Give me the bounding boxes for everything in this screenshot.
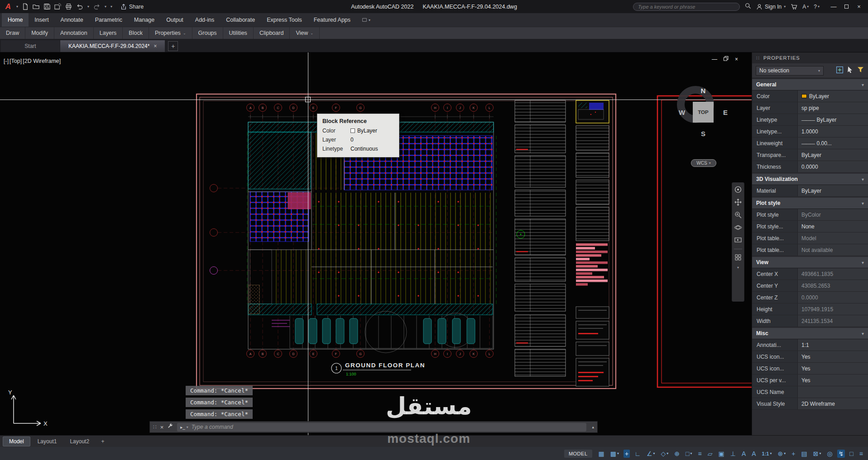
help-icon[interactable]: ?▾ (814, 4, 820, 10)
properties-header[interactable]: ∷ PROPERTIES (752, 52, 868, 63)
plot-icon[interactable] (65, 3, 72, 10)
autocad-logo-icon[interactable]: A (4, 2, 13, 11)
new-tab-button[interactable]: + (168, 41, 178, 51)
drawing-canvas[interactable]: AABBCCDDEEFFGGHHIIJJKKLL 1 GROUND FLOOR … (0, 52, 752, 435)
property-row-center-x[interactable]: Center X493661.1835 (752, 268, 868, 280)
lineweight-toggle[interactable]: ≡ (696, 450, 703, 458)
layout-tab-layout2[interactable]: Layout2 (64, 437, 95, 446)
view-compass[interactable]: N S W E TOP (673, 82, 734, 142)
property-row-linetype[interactable]: Linetype...1.0000 (752, 126, 868, 138)
doc-close-icon[interactable]: × (735, 56, 738, 62)
compass-south[interactable]: S (701, 130, 705, 138)
property-row-center-z[interactable]: Center Z0.0000 (752, 292, 868, 304)
command-close-icon[interactable]: × (160, 424, 164, 431)
command-input[interactable]: ▸_ ▾ Type a command (177, 423, 586, 432)
property-row-thickness[interactable]: Thickness0.0000 (752, 161, 868, 173)
redo-caret-icon[interactable]: ▾ (105, 5, 106, 9)
app-store-cart-icon[interactable] (791, 3, 797, 10)
ribbon-tab-insert[interactable]: Insert (29, 13, 54, 27)
property-row-material[interactable]: MaterialByLayer (752, 185, 868, 197)
polar-tracking-toggle[interactable]: ∠▾ (645, 450, 657, 458)
property-row-plot-style[interactable]: Plot styleByColor (752, 209, 868, 221)
sign-in-button[interactable]: Sign In ▾ (756, 4, 786, 10)
section-header-plot-style[interactable]: Plot style▾ (752, 198, 868, 209)
undo-icon[interactable] (76, 3, 83, 10)
annotation-scale-toggle[interactable]: 1:1▾ (761, 451, 773, 457)
property-row-plot-style[interactable]: Plot style...None (752, 221, 868, 232)
palette-grip-icon[interactable]: ∷ (756, 55, 760, 61)
annotation-visibility-toggle[interactable]: A (740, 450, 747, 458)
app-menu-caret-icon[interactable]: ▾ (16, 5, 18, 9)
property-row-plot-table[interactable]: Plot table...Model (752, 232, 868, 244)
navbar-customize-icon[interactable] (734, 254, 742, 261)
viewport-control-0[interactable]: [-] (4, 58, 9, 64)
save-as-icon[interactable] (54, 3, 61, 10)
search-icon[interactable] (745, 3, 751, 11)
ribbon-tab-collaborate[interactable]: Collaborate (220, 13, 261, 27)
snap-mode-toggle[interactable]: ▩▾ (609, 450, 620, 458)
quick-properties-toggle[interactable]: ▤ (800, 450, 808, 458)
ortho-mode-toggle[interactable]: ∟ (633, 450, 642, 458)
selection-dropdown[interactable]: No selection▾ (756, 66, 824, 76)
save-icon[interactable] (43, 3, 50, 10)
ribbon-tab-parametric[interactable]: Parametric (89, 13, 128, 27)
zoom-icon[interactable] (734, 211, 742, 219)
object-snap-tracking-toggle[interactable]: ⊕ (673, 450, 681, 458)
ucs-dropdown[interactable]: WCS▾ (691, 159, 716, 167)
ribbon-panel-modify[interactable]: Modify (25, 27, 54, 39)
compass-top-face[interactable]: TOP (693, 102, 714, 123)
isolate-objects-toggle[interactable]: ◎ (825, 450, 834, 458)
workspace-switching-toggle[interactable]: ⊛▾ (776, 450, 787, 458)
lock-ui-toggle[interactable]: ⊠▾ (812, 450, 823, 458)
ribbon-panel-annotation[interactable]: Annotation (54, 27, 94, 39)
property-row-ucs-name[interactable]: UCS Name (752, 386, 868, 398)
grid-display-toggle[interactable]: ▦ (597, 450, 606, 458)
doc-minimize-icon[interactable]: — (712, 56, 717, 62)
compass-north[interactable]: N (701, 87, 706, 95)
close-tab-icon[interactable]: × (153, 43, 157, 49)
close-button[interactable]: × (854, 2, 864, 11)
property-row-color[interactable]: ColorByLayer (752, 90, 868, 102)
isometric-drafting-toggle[interactable]: ◇▾ (659, 450, 670, 458)
model-space-canvas[interactable]: AABBCCDDEEFFGGHHIIJJKKLL 1 GROUND FLOOR … (0, 52, 752, 435)
minimize-button[interactable]: — (828, 2, 839, 11)
property-row-center-y[interactable]: Center Y43085.2653 (752, 280, 868, 292)
ribbon-tab-annotate[interactable]: Annotate (55, 13, 89, 27)
doc-restore-icon[interactable] (724, 56, 729, 62)
open-file-icon[interactable] (33, 3, 39, 10)
ribbon-tab-output[interactable]: Output (160, 13, 189, 27)
property-row-layer[interactable]: Layersp pipe (752, 102, 868, 114)
share-button[interactable]: Share (120, 4, 144, 10)
graphics-performance-toggle[interactable]: ↯ (837, 450, 845, 458)
showmotion-icon[interactable] (734, 236, 742, 244)
ribbon-tab-featured-apps[interactable]: Featured Apps (308, 13, 356, 27)
viewport-control-1[interactable]: [Top] (10, 58, 22, 64)
ribbon-tab-express-tools[interactable]: Express Tools (261, 13, 308, 27)
layout-tab-layout1[interactable]: Layout1 (32, 437, 63, 446)
ribbon-panel-view[interactable]: View⌄ (290, 27, 320, 39)
quick-select-icon[interactable] (857, 66, 864, 75)
object-snap-toggle[interactable]: □▾ (684, 450, 693, 458)
property-row-lineweight[interactable]: Lineweight———0.00... (752, 138, 868, 149)
property-row-visual-style[interactable]: Visual Style2D Wireframe (752, 398, 868, 410)
compass-west[interactable]: W (679, 109, 685, 116)
property-row-height[interactable]: Height107949.1915 (752, 304, 868, 315)
alerts-icon[interactable]: A▾ (802, 4, 809, 10)
clean-screen-toggle[interactable]: □ (848, 450, 854, 458)
command-expand-icon[interactable]: ▴ (592, 425, 594, 429)
redo-icon[interactable] (93, 3, 101, 10)
orbit-icon[interactable] (734, 223, 742, 232)
property-row-plot-table[interactable]: Plot table...Not available (752, 244, 868, 256)
ribbon-panel-groups[interactable]: Groups (192, 27, 223, 39)
property-row-ucs-icon[interactable]: UCS icon...Yes (752, 351, 868, 363)
command-grip-icon[interactable]: ∷ (153, 424, 157, 430)
ribbon-panel-draw[interactable]: Draw (0, 27, 25, 39)
ribbon-panel-utilities[interactable]: Utilities (223, 27, 254, 39)
section-header-view[interactable]: View▾ (752, 257, 868, 268)
maximize-button[interactable] (841, 2, 852, 11)
ribbon-tab-manage[interactable]: Manage (128, 13, 160, 27)
dynamic-ucs-toggle[interactable]: ⊥ (729, 450, 737, 458)
selection-cycling-toggle[interactable]: ▣ (717, 450, 725, 458)
ribbon-tab-home[interactable]: Home (2, 13, 29, 27)
ribbon-minimize-icon[interactable]: ▾ (362, 13, 370, 27)
